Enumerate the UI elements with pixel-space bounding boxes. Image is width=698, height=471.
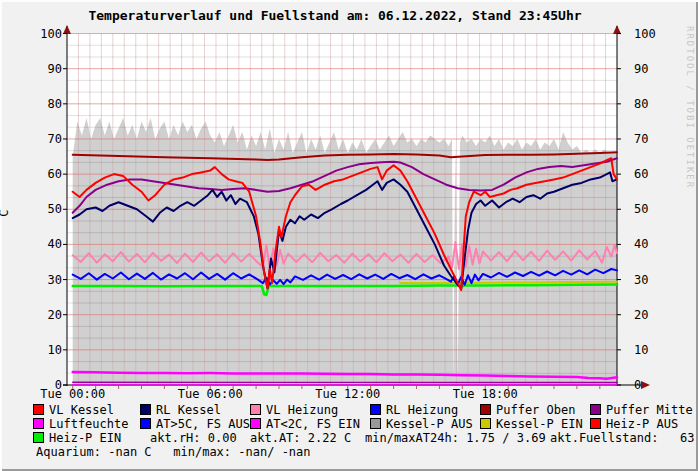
- legend-item-kessel-p-ein: Kessel-P EIN: [480, 418, 583, 431]
- legend-item-akt-fuellstand-63: akt.Fuellstand: 63: [550, 432, 695, 445]
- legend-label: RL Heizung: [386, 403, 458, 417]
- legend-item-rl-heizung: RL Heizung: [370, 404, 458, 417]
- legend-label: akt.rH: 0.00: [150, 431, 237, 445]
- legend-swatch-icon: [370, 404, 381, 415]
- legend-swatch-icon: [370, 418, 381, 429]
- legend-item-at-2c-fs-ein: AT<2C, FS EIN: [250, 418, 360, 431]
- legend: VL KesselRL KesselVL HeizungRL HeizungPu…: [0, 0, 698, 471]
- legend-label: Puffer Mitte: [606, 403, 693, 417]
- legend-item-vl-heizung: VL Heizung: [250, 404, 338, 417]
- legend-item-kessel-p-aus: Kessel-P AUS: [370, 418, 473, 431]
- legend-label: Heiz-P EIN: [49, 431, 121, 445]
- legend-swatch-icon: [590, 404, 601, 415]
- legend-swatch-icon: [480, 404, 491, 415]
- legend-swatch-icon: [480, 418, 491, 429]
- legend-label: min/maxAT24h: 1.75 / 3.69: [365, 431, 546, 445]
- legend-item-rl-kessel: RL Kessel: [140, 404, 221, 417]
- legend-label: AT>5C, FS AUS: [156, 417, 250, 431]
- legend-swatch-icon: [250, 404, 261, 415]
- legend-swatch-icon: [33, 418, 44, 429]
- legend-item-akt-at-2-22-c: akt.AT: 2.22 C: [250, 432, 351, 445]
- legend-item-puffer-mitte: Puffer Mitte: [590, 404, 693, 417]
- legend-item-akt-rh-0-00: akt.rH: 0.00: [150, 432, 237, 445]
- legend-swatch-icon: [33, 404, 44, 415]
- legend-item-heiz-p-aus: Heiz-P AUS: [590, 418, 678, 431]
- legend-label: AT<2C, FS EIN: [266, 417, 360, 431]
- watermark: RRDTOOL / TOBI OETIKER: [685, 26, 695, 426]
- legend-swatch-icon: [590, 418, 601, 429]
- legend-swatch-icon: [250, 418, 261, 429]
- legend-label: Heiz-P AUS: [606, 417, 678, 431]
- legend-item-at-5c-fs-aus: AT>5C, FS AUS: [140, 418, 250, 431]
- legend-item-puffer-oben: Puffer Oben: [480, 404, 575, 417]
- legend-swatch-icon: [33, 432, 44, 443]
- legend-label: Aquarium: -nan C min/max: -nan/ -nan: [36, 445, 311, 459]
- legend-item-luftfeuchte: Luftfeuchte: [33, 418, 128, 431]
- legend-label: akt.Fuellstand: 63: [550, 431, 695, 445]
- legend-label: Kessel-P EIN: [496, 417, 583, 431]
- legend-swatch-icon: [140, 418, 151, 429]
- legend-label: Puffer Oben: [496, 403, 575, 417]
- legend-swatch-icon: [140, 404, 151, 415]
- legend-label: VL Kessel: [49, 403, 114, 417]
- legend-label: RL Kessel: [156, 403, 221, 417]
- legend-label: VL Heizung: [266, 403, 338, 417]
- legend-label: Kessel-P AUS: [386, 417, 473, 431]
- legend-item-vl-kessel: VL Kessel: [33, 404, 114, 417]
- legend-item-min-maxat24h-1-75-3-69: min/maxAT24h: 1.75 / 3.69: [365, 432, 546, 445]
- legend-label: akt.AT: 2.22 C: [250, 431, 351, 445]
- rrdtool-graph: Temperaturverlauf und Fuellstand am: 06.…: [0, 0, 698, 471]
- legend-item-heiz-p-ein: Heiz-P EIN: [33, 432, 121, 445]
- legend-label: Luftfeuchte: [49, 417, 128, 431]
- legend-item-aquarium-nan-c-min-max-nan-nan: Aquarium: -nan C min/max: -nan/ -nan: [36, 446, 311, 459]
